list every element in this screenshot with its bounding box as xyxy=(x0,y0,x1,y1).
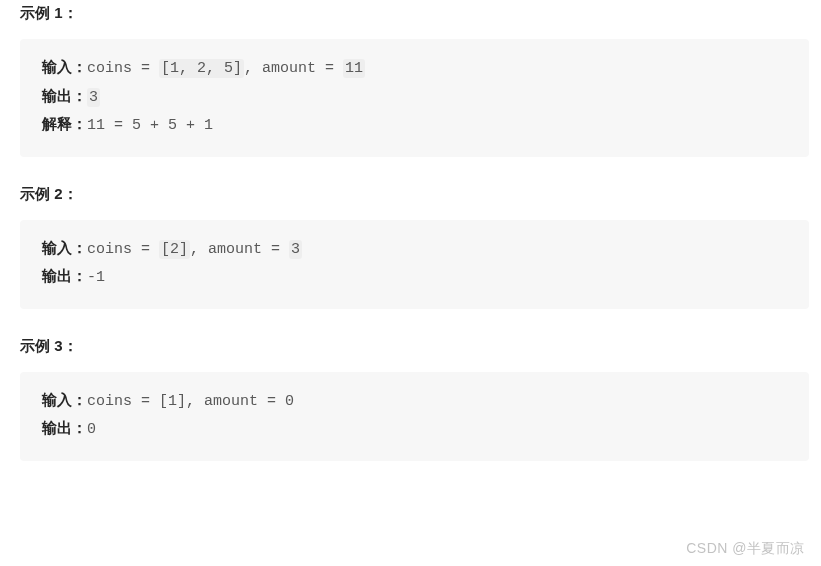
code-block: 输入：coins = [2], amount = 3 输出：-1 xyxy=(20,220,809,309)
input-line: 输入：coins = [2], amount = 3 xyxy=(42,236,787,265)
code-block: 输入：coins = [1], amount = 0 输出：0 xyxy=(20,372,809,461)
input-highlight-array: [1, 2, 5] xyxy=(159,59,244,78)
example-1: 示例 1： 输入：coins = [1, 2, 5], amount = 11 … xyxy=(20,4,809,157)
input-label: 输入： xyxy=(42,393,87,410)
output-label: 输出： xyxy=(42,89,87,106)
input-prefix: coins = xyxy=(87,60,159,77)
input-prefix: coins = [1], amount = 0 xyxy=(87,393,294,410)
input-label: 输入： xyxy=(42,241,87,258)
input-mid: , amount = xyxy=(190,241,289,258)
document-container: 示例 1： 输入：coins = [1, 2, 5], amount = 11 … xyxy=(0,4,821,461)
output-line: 输出：0 xyxy=(42,416,787,445)
example-heading: 示例 2： xyxy=(20,185,809,204)
output-label: 输出： xyxy=(42,269,87,286)
example-3: 示例 3： 输入：coins = [1], amount = 0 输出：0 xyxy=(20,337,809,461)
code-block: 输入：coins = [1, 2, 5], amount = 11 输出：3 解… xyxy=(20,39,809,157)
input-line: 输入：coins = [1], amount = 0 xyxy=(42,388,787,417)
input-highlight-amount: 3 xyxy=(289,240,302,259)
explain-line: 解释：11 = 5 + 5 + 1 xyxy=(42,112,787,141)
example-heading: 示例 3： xyxy=(20,337,809,356)
output-line: 输出：3 xyxy=(42,84,787,113)
example-2: 示例 2： 输入：coins = [2], amount = 3 输出：-1 xyxy=(20,185,809,309)
input-line: 输入：coins = [1, 2, 5], amount = 11 xyxy=(42,55,787,84)
input-label: 输入： xyxy=(42,60,87,77)
output-plain: -1 xyxy=(87,269,105,286)
explain-label: 解释： xyxy=(42,117,87,134)
example-heading: 示例 1： xyxy=(20,4,809,23)
output-line: 输出：-1 xyxy=(42,264,787,293)
input-highlight-array: [2] xyxy=(159,240,190,259)
input-highlight-amount: 11 xyxy=(343,59,365,78)
output-highlight: 3 xyxy=(87,88,100,107)
output-plain: 0 xyxy=(87,421,96,438)
input-mid: , amount = xyxy=(244,60,343,77)
explain-text: 11 = 5 + 5 + 1 xyxy=(87,117,213,134)
output-label: 输出： xyxy=(42,421,87,438)
input-prefix: coins = xyxy=(87,241,159,258)
